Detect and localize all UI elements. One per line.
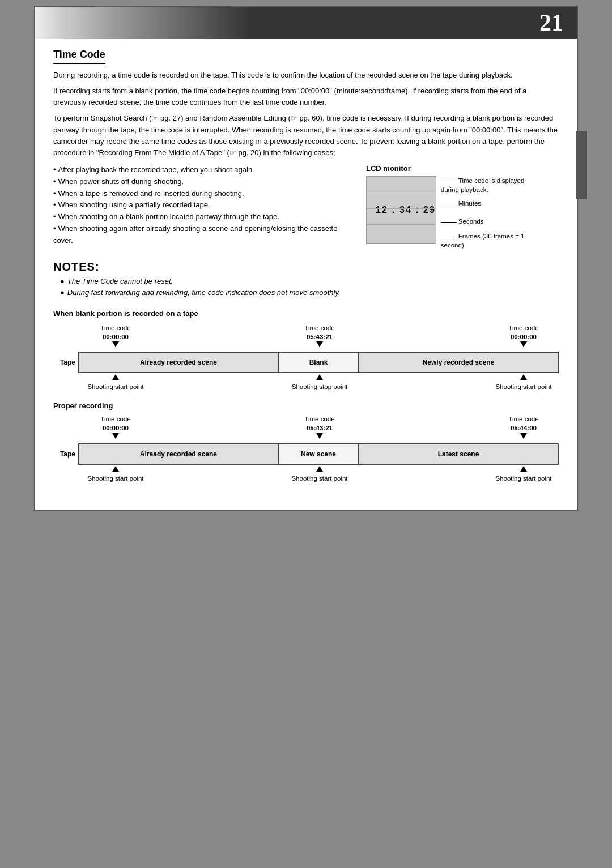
content-area: Time Code During recording, a time code … (35, 39, 577, 488)
blank-tape-label: Tape (53, 358, 78, 366)
blank-tape-track: Tape Already recorded scene Blank Newly … (53, 352, 559, 373)
paragraph-3: To perform Snapshot Search (☞ pg. 27) an… (53, 113, 559, 159)
bullet-item-2: When power shuts off during shooting. (53, 176, 352, 188)
blank-tc-2: Time code 05:43:21 (286, 323, 354, 341)
blank-diagram-section: When blank portion is recorded on a tape… (53, 309, 559, 390)
note-item-1: The Time Code cannot be reset. (53, 276, 559, 288)
paragraph-1: During recording, a time code is recorde… (53, 70, 559, 81)
lcd-ann-1: Time code is displayed during playback. (441, 176, 533, 194)
arrow-up-1 (112, 374, 119, 380)
blank-diagram-heading: When blank portion is recorded on a tape (53, 309, 559, 318)
arrow-up-2 (316, 374, 323, 380)
proper-tape-track: Tape Already recorded scene New scene La… (53, 443, 559, 465)
proper-arrow-down-3 (520, 433, 527, 439)
lcd-ann-2: Minutes (441, 199, 533, 208)
bullet-item-1: After playing back the recorded tape, wh… (53, 164, 352, 176)
blank-shoot-labels: Shooting start point Shooting stop point… (53, 383, 559, 390)
proper-tc-3: Time code 05:44:00 (490, 414, 558, 433)
blank-shoot-2: Shooting stop point (286, 383, 354, 390)
proper-tc-row: Time code 00:00:00 Time code 05:43:21 Ti… (53, 414, 559, 433)
blank-tc-arrows-top (53, 341, 559, 350)
right-tab (576, 131, 587, 199)
proper-tc-2: Time code 05:43:21 (286, 414, 354, 433)
blank-seg-recorded: Already recorded scene (79, 353, 279, 372)
page-number: 21 (539, 9, 563, 36)
bullet-item-3: When a tape is removed and re-inserted d… (53, 188, 352, 200)
proper-track-body: Already recorded scene New scene Latest … (78, 443, 559, 465)
proper-arrow-up-3 (520, 466, 527, 472)
lcd-annotations: Time code is displayed during playback. … (436, 176, 533, 250)
arrow-down-3 (520, 341, 527, 347)
lcd-monitor-label: LCD monitor (366, 164, 559, 173)
blank-shoot-1: Shooting start point (82, 383, 150, 390)
proper-arrow-up-1 (112, 466, 119, 472)
blank-tc-3: Time code 00:00:00 (490, 323, 558, 341)
blank-seg-new: Newly recorded scene (359, 353, 558, 372)
proper-seg-recorded: Already recorded scene (79, 444, 279, 464)
blank-seg-blank: Blank (279, 353, 359, 372)
section-title: Time Code (53, 49, 105, 64)
blank-shoot-3: Shooting start point (490, 383, 558, 390)
bullet-list-col: After playing back the recorded tape, wh… (53, 164, 352, 250)
lcd-ann-3: Seconds (441, 217, 533, 226)
blank-tc-row: Time code 00:00:00 Time code 05:43:21 Ti… (53, 323, 559, 341)
paragraph-2: If recording starts from a blank portion… (53, 85, 559, 108)
lcd-monitor-col: LCD monitor 12 : 34 : 29 Time c (366, 164, 559, 250)
bullet-list: After playing back the recorded tape, wh… (53, 164, 352, 247)
proper-seg-new-scene: New scene (279, 444, 359, 464)
blank-tc-1: Time code 00:00:00 (82, 323, 150, 341)
arrow-down-1 (112, 341, 119, 347)
note-item-2: During fast-forwarding and rewinding, ti… (53, 287, 559, 299)
proper-tc-arrows-top (53, 433, 559, 442)
proper-arrows-bottom (53, 466, 559, 475)
bullet-item-5: When shooting on a blank portion located… (53, 211, 352, 223)
page-wrapper: 21 Time Code During recording, a time co… (34, 6, 578, 511)
notes-section: NOTES: The Time Code cannot be reset. Du… (53, 260, 559, 300)
blank-arrows-bottom (53, 374, 559, 383)
proper-arrow-down-2 (316, 433, 323, 439)
proper-shoot-1: Shooting start point (82, 475, 150, 482)
proper-diagram-section: Proper recording Time code 00:00:00 Time… (53, 401, 559, 481)
proper-arrow-down-1 (112, 433, 119, 439)
proper-shoot-2: Shooting start point (286, 475, 354, 482)
two-column-layout: After playing back the recorded tape, wh… (53, 164, 559, 250)
proper-seg-latest: Latest scene (359, 444, 558, 464)
lcd-diagram: 12 : 34 : 29 (366, 176, 436, 244)
proper-shoot-labels: Shooting start point Shooting start poin… (53, 475, 559, 482)
blank-track-body: Already recorded scene Blank Newly recor… (78, 352, 559, 373)
arrow-down-2 (316, 341, 323, 347)
bullet-item-4: When shooting using a partially recorded… (53, 199, 352, 211)
lcd-timecode: 12 : 34 : 29 (376, 205, 436, 215)
proper-arrow-up-2 (316, 466, 323, 472)
proper-shoot-3: Shooting start point (490, 475, 558, 482)
proper-recording-title: Proper recording (53, 401, 559, 410)
bullet-item-6: When shooting again after already shooti… (53, 223, 352, 247)
proper-tc-1: Time code 00:00:00 (82, 414, 150, 433)
lcd-ann-4: Frames (30 frames = 1 second) (441, 232, 533, 250)
notes-title: NOTES: (53, 260, 559, 273)
page-header: 21 (35, 7, 577, 39)
proper-tape-label: Tape (53, 450, 78, 458)
arrow-up-3 (520, 374, 527, 380)
